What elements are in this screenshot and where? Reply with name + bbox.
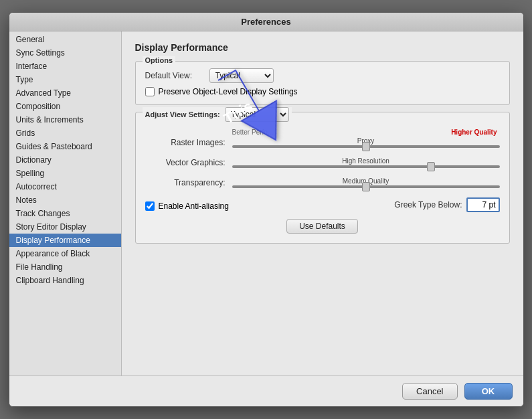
section-title: Display Performance bbox=[135, 42, 510, 53]
default-view-label: Default View: bbox=[145, 71, 205, 80]
adjust-view-dropdown[interactable]: Fast Typical High Quality bbox=[225, 107, 289, 122]
raster-label: Raster Images: bbox=[145, 138, 226, 147]
sidebar-item-composition[interactable]: Composition bbox=[9, 100, 121, 113]
dialog-title: Preferences bbox=[241, 17, 290, 27]
raster-slider-container: Proxy bbox=[232, 137, 500, 148]
anti-alias-checkbox[interactable] bbox=[145, 201, 155, 211]
sidebar-item-advanced-type[interactable]: Advanced Type bbox=[9, 86, 121, 100]
transparency-row: Transparency: Medium Quality bbox=[145, 177, 500, 188]
preserve-object-checkbox[interactable] bbox=[145, 87, 155, 96]
raster-slider[interactable] bbox=[232, 145, 500, 148]
sidebar-scroll-area[interactable]: General Sync Settings Interface Type Adv… bbox=[9, 33, 121, 374]
dialog-body: General Sync Settings Interface Type Adv… bbox=[9, 31, 523, 375]
transparency-label: Transparency: bbox=[145, 178, 226, 187]
adjust-group-label: Adjust View Settings: Fast Typical High … bbox=[143, 107, 292, 122]
sidebar-item-story-editor-display[interactable]: Story Editor Display bbox=[9, 220, 121, 234]
sidebar-item-display-performance[interactable]: Display Performance bbox=[9, 234, 121, 247]
sidebar-item-autocorrect[interactable]: Autocorrect bbox=[9, 180, 121, 193]
greek-type-label: Greek Type Below: bbox=[394, 200, 462, 210]
anti-alias-label: Enable Anti-aliasing bbox=[159, 201, 229, 211]
default-view-row: Default View: Fast Typical High Quality bbox=[145, 68, 500, 83]
bottom-options-row: Enable Anti-aliasing Greek Type Below: bbox=[145, 197, 500, 212]
sidebar-item-interface[interactable]: Interface bbox=[9, 60, 121, 73]
options-group: Options Default View: Fast Typical High … bbox=[135, 61, 510, 105]
greek-type-row: Greek Type Below: bbox=[394, 197, 499, 212]
dialog-footer: Cancel OK bbox=[9, 375, 523, 406]
anti-alias-row: Enable Anti-aliasing bbox=[145, 201, 229, 211]
sidebar-item-guides-pasteboard[interactable]: Guides & Pasteboard bbox=[9, 140, 121, 153]
main-content: This Display Performance Options Default… bbox=[122, 31, 523, 375]
raster-row: Raster Images: Proxy bbox=[145, 137, 500, 148]
preserve-object-label: Preserve Object-Level Display Settings bbox=[159, 87, 298, 96]
transparency-slider-container: Medium Quality bbox=[232, 177, 500, 188]
vector-label: Vector Graphics: bbox=[145, 158, 226, 167]
sidebar-item-type[interactable]: Type bbox=[9, 73, 121, 86]
title-bar: Preferences bbox=[9, 13, 523, 31]
higher-quality-label: Higher Quality bbox=[451, 129, 497, 136]
sidebar-item-general[interactable]: General bbox=[9, 33, 121, 46]
cancel-button[interactable]: Cancel bbox=[402, 383, 457, 400]
transparency-slider[interactable] bbox=[232, 185, 500, 188]
sidebar-item-units-increments[interactable]: Units & Increments bbox=[9, 113, 121, 127]
sidebar-item-notes[interactable]: Notes bbox=[9, 193, 121, 207]
sidebar-item-dictionary[interactable]: Dictionary bbox=[9, 153, 121, 167]
sidebar-item-appearance-of-black[interactable]: Appearance of Black bbox=[9, 247, 121, 260]
default-view-dropdown[interactable]: Fast Typical High Quality bbox=[209, 68, 274, 83]
greek-type-input[interactable] bbox=[466, 197, 500, 212]
ok-button[interactable]: OK bbox=[464, 383, 513, 400]
sidebar-item-sync-settings[interactable]: Sync Settings bbox=[9, 46, 121, 60]
options-group-label: Options bbox=[143, 56, 176, 64]
sidebar-item-grids[interactable]: Grids bbox=[9, 127, 121, 140]
vector-slider[interactable] bbox=[232, 165, 500, 168]
sidebar-item-track-changes[interactable]: Track Changes bbox=[9, 207, 121, 220]
preferences-dialog: Preferences General Sync Settings Interf… bbox=[9, 12, 524, 407]
sidebar-item-clipboard-handling[interactable]: Clipboard Handling bbox=[9, 274, 121, 287]
use-defaults-button[interactable]: Use Defaults bbox=[286, 219, 358, 234]
preserve-object-row: Preserve Object-Level Display Settings bbox=[145, 87, 500, 96]
sidebar-item-file-handling[interactable]: File Handling bbox=[9, 260, 121, 274]
vector-slider-container: High Resolution bbox=[232, 157, 500, 168]
vector-row: Vector Graphics: High Resolution bbox=[145, 157, 500, 168]
better-perf-label: Better Perfo... bbox=[232, 129, 274, 136]
sidebar: General Sync Settings Interface Type Adv… bbox=[9, 31, 122, 375]
sidebar-item-spelling[interactable]: Spelling bbox=[9, 167, 121, 180]
adjust-group: Adjust View Settings: Fast Typical High … bbox=[135, 112, 510, 244]
